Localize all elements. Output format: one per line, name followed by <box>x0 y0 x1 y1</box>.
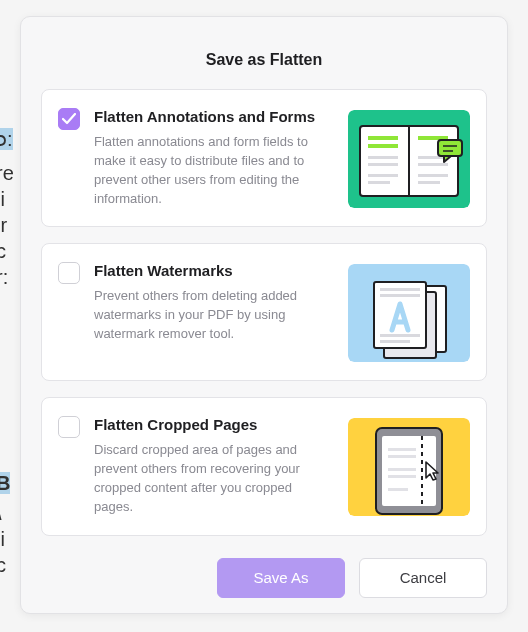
svg-rect-8 <box>368 181 390 184</box>
check-icon <box>62 113 76 125</box>
svg-rect-21 <box>380 288 420 291</box>
svg-rect-29 <box>388 455 416 458</box>
checkbox-flatten-watermarks[interactable] <box>58 262 80 284</box>
svg-rect-7 <box>368 174 398 177</box>
dialog-buttons: Save As Cancel <box>41 536 487 598</box>
svg-rect-4 <box>368 144 398 148</box>
dialog-title: Save as Flatten <box>41 37 487 89</box>
svg-rect-23 <box>380 334 420 337</box>
svg-rect-31 <box>388 475 416 478</box>
option-title: Flatten Watermarks <box>94 262 334 279</box>
option-flatten-cropped: Flatten Cropped Pages Discard cropped ar… <box>41 397 487 535</box>
svg-rect-6 <box>368 163 398 166</box>
checkbox-flatten-cropped[interactable] <box>58 416 80 438</box>
svg-rect-11 <box>418 163 448 166</box>
svg-rect-12 <box>418 174 448 177</box>
option-flatten-watermarks: Flatten Watermarks Prevent others from d… <box>41 243 487 381</box>
svg-rect-30 <box>388 468 416 471</box>
svg-rect-5 <box>368 156 398 159</box>
svg-rect-3 <box>368 136 398 140</box>
save-as-button[interactable]: Save As <box>217 558 345 598</box>
illustration-cropped <box>348 418 470 516</box>
save-as-flatten-dialog: Save as Flatten Flatten Annotations and … <box>20 16 508 614</box>
option-desc: Prevent others from deleting added water… <box>94 287 329 344</box>
illustration-watermarks <box>348 264 470 362</box>
svg-rect-22 <box>380 294 420 297</box>
svg-rect-32 <box>388 488 408 491</box>
svg-rect-13 <box>418 181 440 184</box>
option-flatten-annotations: Flatten Annotations and Forms Flatten an… <box>41 89 487 227</box>
option-desc: Discard cropped area of pages and preven… <box>94 441 329 516</box>
cancel-button[interactable]: Cancel <box>359 558 487 598</box>
svg-rect-20 <box>374 282 426 348</box>
illustration-annotations <box>348 110 470 208</box>
option-title: Flatten Annotations and Forms <box>94 108 334 125</box>
svg-rect-24 <box>380 340 410 343</box>
svg-rect-14 <box>438 140 462 156</box>
checkbox-flatten-annotations[interactable] <box>58 108 80 130</box>
options-list: Flatten Annotations and Forms Flatten an… <box>41 89 487 536</box>
option-desc: Flatten annotations and form fields to m… <box>94 133 329 208</box>
option-title: Flatten Cropped Pages <box>94 416 334 433</box>
svg-rect-28 <box>388 448 416 451</box>
